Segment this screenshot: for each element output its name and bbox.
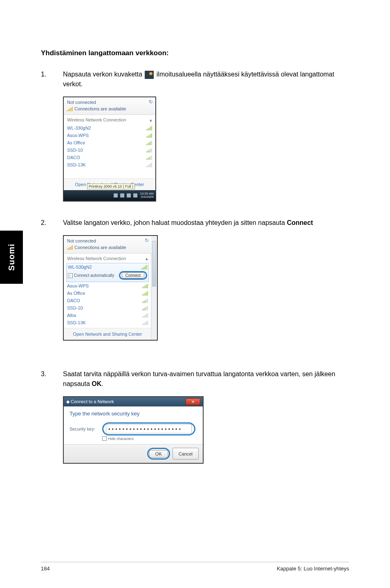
dialog-title: Connect to a Network — [71, 399, 114, 404]
wifi-category-label: Wireless Network Connection — [67, 117, 126, 123]
step-number: 2. — [41, 218, 63, 228]
refresh-icon[interactable]: ↻ — [149, 99, 153, 105]
security-key-input[interactable] — [106, 424, 192, 433]
screenshot-wifi-list: ↻ Not connected Connections are availabl… — [63, 97, 156, 202]
wifi-category-label: Wireless Network Connection — [67, 256, 126, 261]
signal-icon — [146, 126, 152, 130]
step3-bold: OK — [92, 380, 101, 387]
tray-icon[interactable] — [133, 193, 137, 197]
wifi-item[interactable]: Asus-WPS — [67, 132, 152, 139]
step2-bold: Connect — [287, 219, 313, 226]
hide-characters-checkbox[interactable]: Hide characters — [102, 436, 197, 441]
step-number: 1. — [41, 70, 63, 89]
wifi-item[interactable]: As Office — [67, 290, 148, 297]
highlight-oval: Connect — [119, 271, 147, 280]
language-side-tab: Suomi — [0, 231, 23, 284]
signal-icon — [142, 291, 148, 296]
not-connected-label: Not connected — [67, 238, 148, 243]
wifi-item[interactable]: DACO — [67, 154, 152, 161]
signal-warn-icon — [67, 106, 73, 111]
step-body: Valitse langaton verkko, johon haluat mu… — [63, 218, 349, 228]
signal-icon — [142, 298, 148, 303]
signal-icon — [146, 155, 152, 160]
not-connected-label: Not connected — [67, 100, 152, 105]
step-body: Saatat tarvita näppäillä verkon turva-av… — [63, 369, 349, 389]
dialog-prompt: Type the network security key — [69, 411, 197, 417]
signal-icon — [142, 313, 148, 318]
signal-icon — [146, 133, 152, 138]
wifi-item[interactable]: SSD-10 — [67, 304, 148, 312]
step-3: 3. Saatat tarvita näppäillä verkon turva… — [41, 369, 349, 389]
ok-button[interactable]: OK — [149, 450, 168, 458]
step3-text-c: . — [101, 380, 103, 387]
checkbox-icon: ✓ — [68, 273, 73, 278]
signal-icon — [146, 148, 152, 153]
highlight-oval: OK — [147, 448, 170, 460]
signal-icon — [146, 140, 152, 145]
signal-icon — [142, 283, 148, 288]
wifi-item[interactable]: SSD-13K — [67, 319, 148, 326]
signal-warn-icon — [67, 245, 73, 250]
wifi-item[interactable]: WL-330gN2 — [67, 124, 152, 132]
taskbar: PrintKey 2000 v5.10 ( Full ) 10:35 AM 9/… — [64, 190, 155, 201]
security-key-label: Security key: — [69, 426, 98, 431]
screenshot-wifi-connect: ↻ Not connected Connections are availabl… — [63, 235, 158, 341]
connections-available-label: Connections are available — [74, 245, 126, 250]
wifi-item[interactable]: DACO — [67, 297, 148, 304]
step-1: 1. Napsauta verkon kuvaketta ilmoitusalu… — [41, 70, 349, 89]
step-body: Napsauta verkon kuvaketta ilmoitusalueel… — [63, 70, 349, 89]
tray-tooltip: PrintKey 2000 v5.10 ( Full ) — [87, 184, 135, 189]
wifi-item-selected[interactable]: WL-530gN2 ✓ Connect automatically Connec… — [66, 263, 149, 282]
dialog-titlebar: ◆ Connect to a Network ✕ — [64, 397, 203, 406]
hide-characters-label: Hide characters — [108, 437, 134, 441]
collapse-arrow-icon[interactable]: ▴ — [150, 117, 152, 123]
wifi-item[interactable]: Alba — [67, 312, 148, 319]
open-network-center-link[interactable]: Open Network and Sharing Center — [64, 328, 151, 340]
page-number: 184 — [41, 566, 50, 572]
signal-icon — [141, 265, 147, 269]
step3-text-a: Saatat tarvita näppäillä verkon turva-av… — [63, 370, 335, 387]
step-number: 3. — [41, 369, 63, 389]
screenshot-security-dialog: ◆ Connect to a Network ✕ Type the networ… — [63, 396, 204, 464]
wifi-item[interactable]: Asus-WPS — [67, 282, 148, 290]
tray-icon[interactable] — [127, 193, 131, 197]
collapse-arrow-icon[interactable]: ▴ — [146, 256, 148, 261]
signal-icon — [146, 162, 152, 167]
cancel-button[interactable]: Cancel — [173, 448, 199, 460]
wifi-item[interactable]: As Office — [67, 139, 152, 146]
page-footer: 184 Kappale 5: Luo Internet-yhteys — [41, 562, 349, 572]
connect-auto-label: Connect automatically — [74, 273, 114, 278]
scrollbar[interactable] — [151, 236, 157, 340]
signal-icon — [142, 320, 148, 325]
network-tray-icon — [145, 71, 154, 79]
step1-text-a: Napsauta verkon kuvaketta — [63, 71, 144, 78]
step2-text-a: Valitse langaton verkko, johon haluat mu… — [63, 219, 287, 226]
connect-button[interactable]: Connect — [122, 272, 144, 278]
highlight-oval — [102, 422, 195, 435]
shield-icon: ◆ — [66, 399, 69, 404]
connections-available-label: Connections are available — [74, 106, 126, 111]
wifi-item[interactable]: SSD-10 — [67, 146, 152, 154]
scrollbar-thumb[interactable] — [152, 241, 156, 287]
tray-icon[interactable] — [114, 193, 118, 197]
wifi-item[interactable]: SSD-13K — [67, 161, 152, 168]
language-label: Suomi — [7, 244, 16, 271]
step-2: 2. Valitse langaton verkko, johon haluat… — [41, 218, 349, 228]
taskbar-clock[interactable]: 10:35 AM 9/4/2009 — [140, 192, 154, 199]
selected-network-name: WL-530gN2 — [68, 265, 92, 269]
signal-icon — [142, 305, 148, 310]
section-heading: Yhdistäminen langattomaan verkkoon: — [41, 49, 349, 57]
refresh-icon[interactable]: ↻ — [145, 238, 149, 243]
chapter-label: Kappale 5: Luo Internet-yhteys — [277, 566, 349, 572]
close-button[interactable]: ✕ — [186, 398, 200, 405]
tray-icon[interactable] — [120, 193, 124, 197]
connect-auto-checkbox[interactable]: ✓ Connect automatically — [68, 273, 114, 278]
